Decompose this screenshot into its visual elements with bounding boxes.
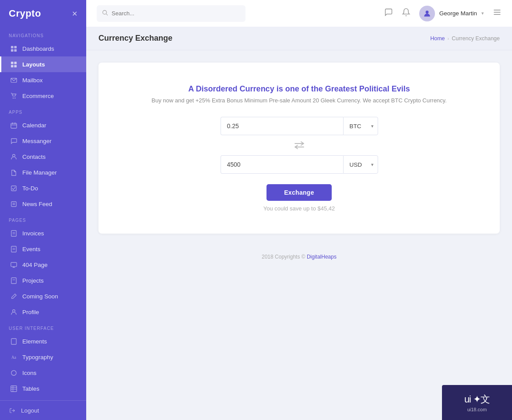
page-header: Currency Exchange Home › Currency Exchan…	[86, 27, 512, 50]
sidebar-item-file-manager-label: File Manager	[22, 169, 57, 176]
breadcrumb-home[interactable]: Home	[430, 35, 445, 42]
sidebar-item-mailbox[interactable]: Mailbox	[0, 72, 86, 88]
svg-point-42	[425, 10, 428, 14]
svg-point-40	[103, 10, 107, 14]
sidebar-item-todo-label: To-Do	[22, 185, 38, 192]
sidebar-title: Crypto	[9, 8, 41, 19]
content: Currency Exchange Home › Currency Exchan…	[86, 27, 512, 420]
sidebar-item-coming-soon[interactable]: Coming Soon	[0, 288, 86, 304]
topbar: George Martin ▾	[86, 0, 512, 27]
sidebar-item-profile[interactable]: Profile	[0, 304, 86, 320]
sidebar-item-profile-label: Profile	[22, 309, 39, 315]
logout-button[interactable]: Logout	[0, 400, 86, 420]
table-icon	[10, 385, 17, 392]
user-dropdown-arrow: ▾	[481, 10, 484, 16]
sidebar-item-layouts[interactable]: Layouts	[0, 56, 86, 72]
svg-rect-0	[11, 46, 13, 48]
logout-icon	[9, 407, 16, 414]
footer-text: 2018 Copyrights ©	[262, 254, 307, 260]
file-icon	[10, 169, 17, 176]
svg-rect-20	[11, 230, 16, 236]
main-area: George Martin ▾ Currency Exchange Home ›…	[86, 0, 512, 420]
exchange-subtitle: Buy now and get +25% Extra Bonus Minimum…	[116, 97, 482, 104]
breadcrumb-separator: ›	[448, 36, 449, 41]
svg-rect-32	[11, 338, 16, 344]
sidebar-item-dashboards[interactable]: Dashboards	[0, 41, 86, 56]
hamburger-icon[interactable]	[493, 8, 501, 19]
contact-icon	[10, 153, 17, 160]
sidebar-item-file-manager[interactable]: File Manager	[0, 164, 86, 180]
exchange-from-currency[interactable]: BTCETHUSDEURGBP	[343, 117, 378, 135]
exchange-to-currency[interactable]: BTCETHUSDEURGBP	[343, 155, 378, 174]
svg-rect-26	[11, 262, 16, 266]
chat-icon	[10, 137, 17, 144]
svg-rect-11	[11, 123, 16, 128]
sidebar-item-mailbox-label: Mailbox	[22, 77, 43, 84]
exchange-from-input[interactable]	[221, 117, 343, 135]
watermark: ui ✦文 ui18.com	[442, 385, 512, 420]
sidebar-item-404[interactable]: 404 Page	[0, 257, 86, 273]
sidebar-item-icons[interactable]: Icons	[0, 365, 86, 381]
sidebar-item-tables[interactable]: Tables	[0, 381, 86, 396]
topbar-icons: George Martin ▾	[384, 6, 501, 21]
exchange-from-currency-wrapper: BTCETHUSDEURGBP ▾	[343, 117, 378, 135]
svg-rect-29	[11, 277, 16, 283]
doc-icon-projects	[10, 277, 17, 284]
exchange-from-row: BTCETHUSDEURGBP ▾	[116, 117, 482, 135]
svg-rect-35	[11, 385, 16, 391]
exchange-headline: A Disordered Currency is one of the Grea…	[116, 84, 482, 94]
close-icon[interactable]: ✕	[72, 10, 77, 18]
svg-rect-3	[14, 49, 17, 52]
exchange-to-currency-wrapper: BTCETHUSDEURGBP ▾	[343, 155, 378, 174]
svg-point-9	[12, 98, 13, 98]
messages-icon-button[interactable]	[384, 8, 393, 19]
footer-link[interactable]: DigitalHeaps	[307, 254, 337, 260]
search-input[interactable]	[112, 10, 240, 17]
circle-icon	[10, 369, 17, 376]
sidebar-item-calendar[interactable]: Calendar	[0, 117, 86, 133]
calendar-icon	[10, 122, 17, 129]
search-icon	[102, 10, 108, 18]
svg-rect-4	[11, 61, 13, 64]
svg-rect-17	[11, 201, 16, 206]
nav-section-apps: APPS	[0, 104, 86, 117]
sidebar-item-invoices-label: Invoices	[22, 230, 44, 237]
typography-icon: Aa	[10, 354, 17, 360]
sidebar-item-typography-label: Typography	[22, 354, 53, 360]
sidebar-item-elements-label: Elements	[22, 338, 47, 345]
sidebar-item-news-feed[interactable]: News Feed	[0, 196, 86, 212]
sidebar-item-contacts-label: Contacts	[22, 154, 46, 160]
user-name: George Martin	[439, 10, 477, 17]
notifications-icon-button[interactable]	[402, 8, 410, 19]
sidebar-item-projects-label: Projects	[22, 277, 44, 284]
avatar	[419, 6, 435, 21]
svg-rect-2	[11, 49, 13, 52]
sidebar-item-messanger[interactable]: Messanger	[0, 133, 86, 149]
user-section[interactable]: George Martin ▾	[419, 6, 484, 21]
sidebar-item-events[interactable]: Events	[0, 241, 86, 257]
sidebar-item-calendar-label: Calendar	[22, 122, 46, 129]
sidebar-item-ecommerce[interactable]: Ecommerce	[0, 88, 86, 104]
sidebar-item-todo[interactable]: To-Do	[0, 180, 86, 196]
sidebar-item-invoices[interactable]: Invoices	[0, 225, 86, 241]
sidebar-item-dashboards-label: Dashboards	[22, 46, 54, 52]
svg-point-34	[11, 370, 16, 375]
sidebar-item-messanger-label: Messanger	[22, 138, 52, 144]
cart-icon	[10, 92, 17, 99]
check-icon	[10, 185, 17, 192]
exchange-swap-button[interactable]	[116, 141, 482, 149]
sidebar-item-contacts[interactable]: Contacts	[0, 149, 86, 164]
exchange-button[interactable]: Exchange	[267, 184, 332, 201]
exchange-to-row: BTCETHUSDEURGBP ▾	[116, 155, 482, 174]
exchange-savings: You could save up to $45,42	[116, 205, 482, 212]
sidebar-item-elements[interactable]: Elements	[0, 333, 86, 349]
sidebar-item-typography[interactable]: Aa Typography	[0, 349, 86, 365]
svg-line-41	[106, 14, 108, 15]
sidebar-item-tables-label: Tables	[22, 385, 39, 392]
sidebar: Crypto ✕ NAVIGATIONS Dashboards Layouts …	[0, 0, 86, 420]
exchange-to-input[interactable]	[221, 155, 343, 174]
doc-icon-invoices	[10, 230, 17, 237]
watermark-logo: ui ✦文	[464, 393, 490, 406]
sidebar-item-ecommerce-label: Ecommerce	[22, 93, 54, 99]
sidebar-item-projects[interactable]: Projects	[0, 273, 86, 288]
